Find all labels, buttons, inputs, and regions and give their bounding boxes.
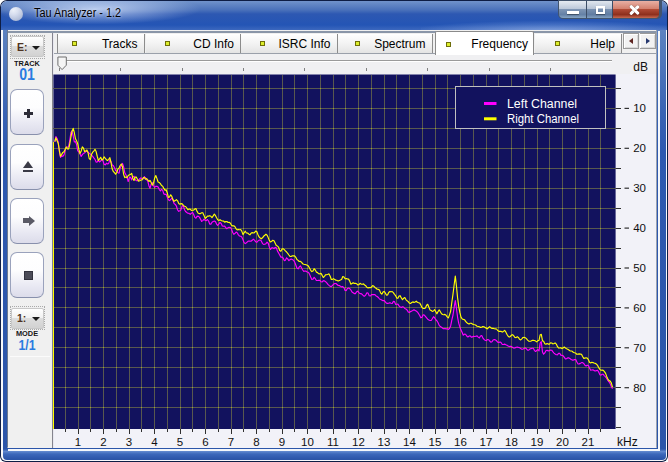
svg-text:4: 4 <box>151 436 158 448</box>
svg-text:7: 7 <box>228 436 234 448</box>
svg-text:5: 5 <box>177 436 183 448</box>
svg-text:10: 10 <box>633 102 646 114</box>
svg-text:9: 9 <box>279 436 285 448</box>
svg-text:21: 21 <box>582 436 595 448</box>
svg-text:3: 3 <box>126 436 132 448</box>
svg-text:19: 19 <box>531 436 544 448</box>
svg-text:Right Channel: Right Channel <box>507 112 579 126</box>
svg-text:11: 11 <box>327 436 339 448</box>
svg-text:70: 70 <box>633 342 646 354</box>
svg-text:1: 1 <box>75 436 81 448</box>
svg-text:80: 80 <box>633 382 646 394</box>
svg-text:30: 30 <box>633 182 646 194</box>
svg-text:14: 14 <box>403 436 416 448</box>
svg-text:15: 15 <box>429 436 442 448</box>
svg-text:Left Channel: Left Channel <box>507 97 577 111</box>
svg-text:40: 40 <box>633 222 646 234</box>
svg-text:20: 20 <box>633 142 646 154</box>
svg-text:18: 18 <box>505 436 518 448</box>
svg-text:2: 2 <box>100 436 106 448</box>
svg-text:12: 12 <box>352 436 365 448</box>
svg-text:20: 20 <box>556 436 569 448</box>
svg-text:13: 13 <box>378 436 391 448</box>
svg-text:60: 60 <box>633 302 646 314</box>
svg-text:8: 8 <box>253 436 259 448</box>
svg-text:16: 16 <box>454 436 467 448</box>
svg-text:6: 6 <box>202 436 208 448</box>
svg-text:50: 50 <box>633 262 646 274</box>
svg-text:kHz: kHz <box>617 435 638 449</box>
svg-text:10: 10 <box>301 436 314 448</box>
svg-text:dB: dB <box>633 60 648 74</box>
svg-text:17: 17 <box>480 436 493 448</box>
